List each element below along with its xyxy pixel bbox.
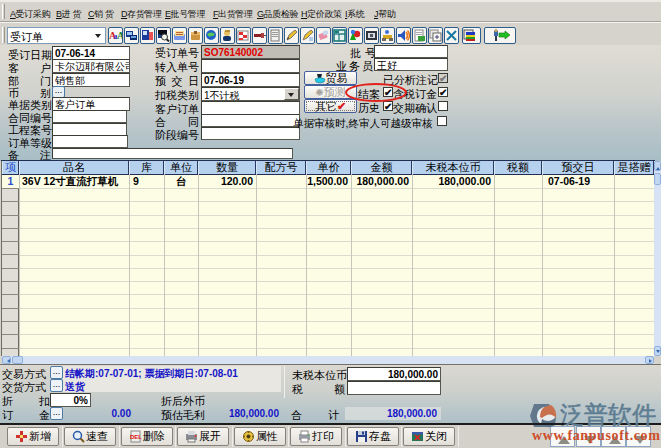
svg-text:A: A: [117, 30, 122, 41]
svg-text:DEL: DEL: [130, 434, 142, 440]
